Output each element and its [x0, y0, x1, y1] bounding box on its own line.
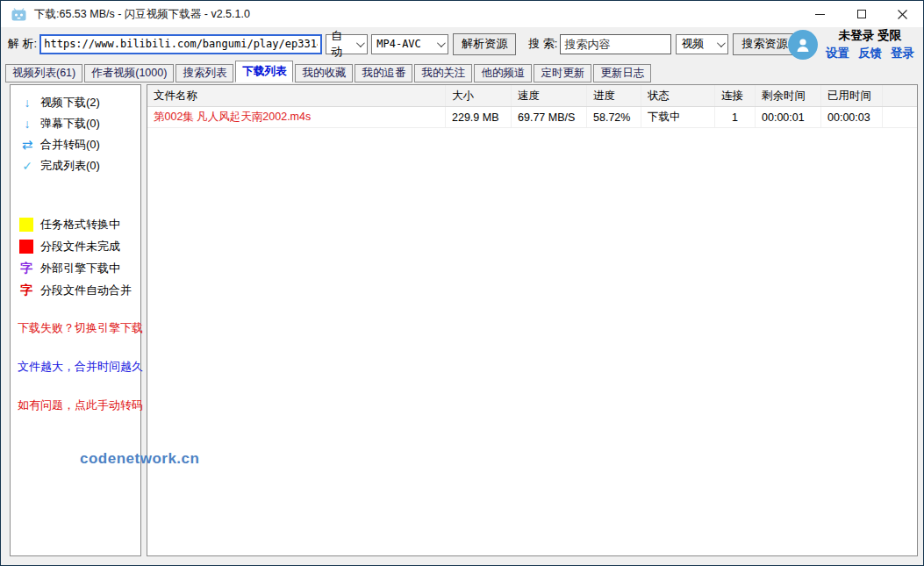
content-area: ↓ 视频下载(2) ↓ 弹幕下载(0) ⇄ 合并转码(0) ✓ 完成列表(0) …	[1, 82, 923, 566]
table-row[interactable]: 第002集 凡人风起天南2002.m4s 229.9 MB 69.77 MB/S…	[147, 107, 917, 128]
merge-transcode-icon: ⇄	[19, 137, 35, 153]
search-type-select-value: 视频	[681, 36, 704, 52]
avatar[interactable]	[788, 30, 818, 60]
tab-author-videos[interactable]: 作者视频(1000)	[84, 64, 174, 82]
download-icon: ↓	[19, 117, 35, 131]
tab-my-follows[interactable]: 我的关注	[414, 64, 472, 82]
account-links: 设置 反馈 登录	[826, 46, 914, 61]
sidebar: ↓ 视频下载(2) ↓ 弹幕下载(0) ⇄ 合并转码(0) ✓ 完成列表(0) …	[10, 84, 141, 556]
tab-strip: 视频列表(61) 作者视频(1000) 搜索列表 下载列表 我的收藏 我的追番 …	[1, 61, 923, 82]
sidebar-item-danmaku-download[interactable]: ↓ 弹幕下载(0)	[11, 113, 140, 134]
cell-speed: 69.77 MB/S	[512, 107, 587, 127]
tab-scheduled-update[interactable]: 定时更新	[534, 64, 591, 82]
sidebar-item-completed-list[interactable]: ✓ 完成列表(0)	[11, 155, 140, 176]
minimize-button[interactable]	[799, 1, 841, 27]
column-header-progress[interactable]: 进度	[587, 85, 641, 106]
quality-select-value: 自动	[331, 28, 353, 60]
legend-item-transcoding: 任务格式转换中	[11, 213, 140, 235]
sidebar-item-video-download[interactable]: ↓ 视频下载(2)	[11, 92, 140, 113]
column-header-time-remaining[interactable]: 剩余时间	[756, 85, 821, 106]
cell-status: 下载中	[641, 107, 715, 127]
login-link[interactable]: 登录	[891, 46, 914, 61]
legend-item-segment-incomplete: 分段文件未完成	[11, 235, 140, 257]
tab-download-list[interactable]: 下载列表	[235, 61, 293, 82]
tab-his-channel[interactable]: 他的频道	[474, 64, 532, 82]
toolbar: 解 析: 自动 MP4-AVC 解析资源 搜 索: 视频 搜索资源	[1, 27, 923, 61]
column-header-status[interactable]: 状态	[641, 85, 715, 106]
note-manual-transcode[interactable]: 如有问题，点此手动转码	[11, 398, 140, 413]
status-legend: 任务格式转换中 分段文件未完成 字 外部引擎下载中 字 分段文件自动合并	[11, 213, 140, 301]
maximize-button[interactable]	[841, 1, 882, 27]
column-header-connections[interactable]: 连接	[715, 85, 756, 106]
note-merge-time: 文件越大，合并时间越久	[11, 359, 140, 375]
sidebar-notes: 下载失败？切换引擎下载 文件越大，合并时间越久 如有问题，点此手动转码	[11, 320, 140, 413]
app-icon	[11, 8, 26, 21]
purple-char-icon: 字	[19, 261, 33, 276]
table-header: 文件名称 大小 速度 进度 状态 连接 剩余时间 已用时间	[147, 85, 917, 107]
minimize-icon	[815, 14, 825, 15]
tab-my-favorites[interactable]: 我的收藏	[295, 64, 353, 82]
close-icon	[898, 10, 907, 19]
search-label: 搜 索:	[528, 36, 557, 52]
format-select[interactable]: MP4-AVC	[371, 34, 448, 54]
quality-select[interactable]: 自动	[326, 34, 368, 54]
legend-item-external-engine: 字 外部引擎下载中	[11, 257, 140, 279]
cell-size: 229.9 MB	[446, 107, 512, 127]
red-char-icon: 字	[19, 283, 33, 298]
cell-progress: 58.72%	[587, 107, 641, 127]
search-input[interactable]	[560, 34, 671, 54]
search-type-select[interactable]: 视频	[676, 34, 728, 54]
feedback-link[interactable]: 反馈	[858, 46, 882, 61]
cell-connections: 1	[715, 107, 756, 127]
parse-label: 解 析:	[8, 36, 37, 52]
format-select-value: MP4-AVC	[376, 38, 421, 50]
red-swatch	[19, 240, 33, 254]
window-title: 下载:65.53 MB/s - 闪豆视频下载器 - v2.5.1.0	[34, 7, 250, 22]
url-input[interactable]	[39, 34, 322, 54]
tab-search-list[interactable]: 搜索列表	[175, 64, 233, 82]
yellow-swatch	[19, 218, 33, 232]
column-header-size[interactable]: 大小	[446, 85, 512, 106]
download-icon: ↓	[19, 96, 35, 110]
title-bar: 下载:65.53 MB/s - 闪豆视频下载器 - v2.5.1.0	[1, 1, 923, 27]
maximize-icon	[857, 10, 866, 18]
column-header-speed[interactable]: 速度	[512, 85, 587, 106]
tab-update-log[interactable]: 更新日志	[593, 64, 651, 82]
cell-time-elapsed: 00:00:03	[821, 107, 883, 127]
account-info: 未登录 受限 设置 反馈 登录	[826, 28, 914, 61]
tab-video-list[interactable]: 视频列表(61)	[5, 64, 82, 82]
search-resource-button[interactable]: 搜索资源	[733, 33, 796, 55]
account-area: 未登录 受限 设置 反馈 登录	[788, 28, 914, 61]
app-window: 下载:65.53 MB/s - 闪豆视频下载器 - v2.5.1.0 解 析: …	[0, 0, 924, 566]
tab-my-bangumi[interactable]: 我的追番	[355, 64, 412, 82]
user-icon	[794, 36, 812, 54]
chevron-down-icon	[717, 39, 726, 47]
note-switch-engine[interactable]: 下载失败？切换引擎下载	[11, 320, 140, 336]
login-status: 未登录 受限	[826, 28, 914, 44]
column-header-filename[interactable]: 文件名称	[147, 85, 446, 106]
chevron-down-icon	[356, 39, 365, 47]
sidebar-item-merge-transcode[interactable]: ⇄ 合并转码(0)	[11, 134, 140, 155]
cell-time-remaining: 00:00:01	[756, 107, 821, 127]
legend-item-auto-merge: 字 分段文件自动合并	[11, 279, 140, 301]
close-button[interactable]	[882, 1, 923, 27]
download-table-panel: 文件名称 大小 速度 进度 状态 连接 剩余时间 已用时间 第002集 凡人风起…	[147, 84, 918, 556]
chevron-down-icon	[437, 39, 446, 47]
settings-link[interactable]: 设置	[826, 46, 849, 61]
parse-resource-button[interactable]: 解析资源	[453, 33, 516, 55]
check-icon: ✓	[19, 159, 35, 173]
window-controls	[799, 1, 923, 27]
column-header-time-elapsed[interactable]: 已用时间	[821, 85, 883, 106]
watermark: codenetwork.cn	[80, 450, 199, 468]
cell-filename: 第002集 凡人风起天南2002.m4s	[147, 107, 446, 127]
